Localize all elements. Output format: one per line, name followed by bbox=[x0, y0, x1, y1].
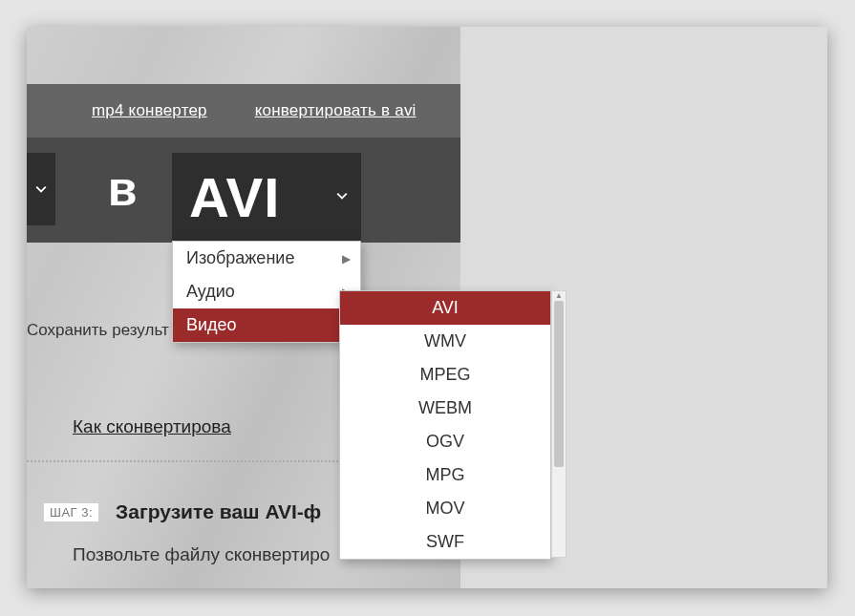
category-label: Изображение bbox=[186, 248, 294, 268]
chevron-right-icon: ▶ bbox=[342, 252, 351, 266]
category-item-audio[interactable]: Аудио ▶ bbox=[173, 275, 360, 308]
save-to-label: Сохранить результ bbox=[27, 321, 169, 340]
category-item-image[interactable]: Изображение ▶ bbox=[173, 242, 360, 275]
source-format-dropdown[interactable] bbox=[27, 153, 55, 225]
chevron-down-icon bbox=[35, 183, 47, 195]
scroll-thumb[interactable] bbox=[554, 301, 564, 467]
link-mp4-converter[interactable]: mp4 конвертер bbox=[92, 101, 207, 120]
format-item-mov[interactable]: MOV bbox=[340, 492, 550, 525]
format-item-wmv[interactable]: WMV bbox=[340, 325, 550, 358]
step-description: Позвольте файлу сконвертиро bbox=[73, 544, 330, 565]
direction-separator: в bbox=[84, 153, 160, 225]
step-title: Загрузите ваш AVI-ф bbox=[116, 500, 321, 523]
chevron-down-icon bbox=[336, 189, 348, 204]
format-item-mpg[interactable]: MPG bbox=[340, 458, 550, 492]
format-item-mpeg[interactable]: MPEG bbox=[340, 358, 550, 392]
submenu-scrollbar[interactable]: ▲ bbox=[551, 290, 566, 558]
step-badge: ШАГ 3: bbox=[44, 503, 98, 521]
target-format-label: AVI bbox=[189, 165, 280, 229]
format-submenu: AVI WMV MPEG WEBM OGV MPG MOV SWF bbox=[339, 290, 551, 560]
app-panel: mp4 конвертер конвертировать в avi в AVI… bbox=[27, 27, 827, 588]
format-item-ogv[interactable]: OGV bbox=[340, 425, 550, 458]
step-row: ШАГ 3: Загрузите ваш AVI-ф bbox=[44, 500, 321, 523]
format-item-avi[interactable]: AVI bbox=[340, 291, 550, 325]
format-item-swf[interactable]: SWF bbox=[340, 525, 550, 559]
target-format-dropdown[interactable]: AVI bbox=[172, 153, 361, 241]
scroll-up-icon: ▲ bbox=[552, 291, 566, 301]
category-label: Аудио bbox=[186, 282, 235, 302]
format-item-webm[interactable]: WEBM bbox=[340, 392, 550, 425]
how-to-link[interactable]: Как сконвертирова bbox=[73, 416, 231, 437]
top-nav: mp4 конвертер конвертировать в avi bbox=[27, 84, 460, 138]
link-convert-to-avi[interactable]: конвертировать в avi bbox=[255, 101, 417, 120]
